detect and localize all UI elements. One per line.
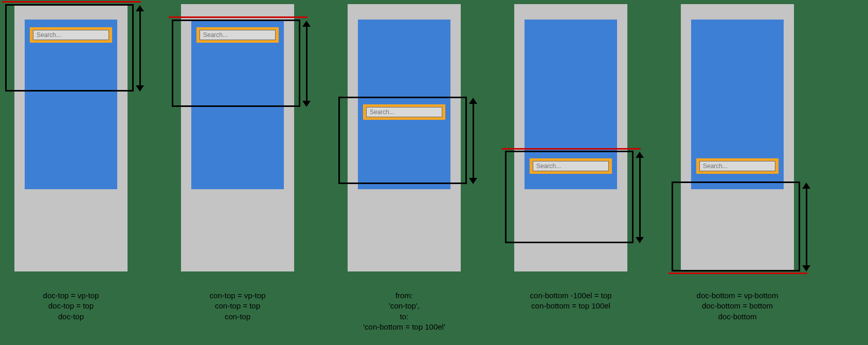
range-arrow bbox=[301, 21, 312, 107]
caption-1: doc-top = vp-top doc-top = top doc-top bbox=[0, 290, 148, 322]
caption-line: from: bbox=[327, 290, 481, 301]
search-input[interactable] bbox=[366, 107, 442, 117]
marker-line bbox=[2, 1, 141, 3]
caption-4: con-bottom -100el = top con-bottom = top… bbox=[494, 290, 648, 312]
search-wrapper bbox=[530, 158, 612, 174]
search-input[interactable] bbox=[699, 161, 775, 171]
caption-line: con-top bbox=[160, 312, 315, 322]
caption-line: con-bottom = top 100el bbox=[494, 301, 648, 311]
range-arrow bbox=[135, 5, 145, 92]
caption-line: 'con-bottom = top 100el' bbox=[327, 322, 481, 332]
caption-line: con-top = vp-top bbox=[160, 290, 315, 301]
range-arrow bbox=[801, 183, 811, 271]
content-area bbox=[25, 20, 117, 189]
diagram-stage: doc-top = vp-top doc-top = top doc-top c… bbox=[0, 0, 868, 345]
caption-line: con-top = top bbox=[160, 301, 315, 311]
content-area bbox=[191, 20, 284, 189]
caption-line: doc-top = top bbox=[0, 301, 148, 311]
caption-line: doc-top = vp-top bbox=[0, 290, 148, 301]
search-wrapper bbox=[363, 104, 445, 120]
caption-line: doc-bottom bbox=[660, 312, 815, 322]
range-arrow bbox=[468, 98, 478, 184]
panel-4 bbox=[514, 4, 627, 271]
search-wrapper bbox=[196, 27, 279, 43]
caption-3: from: 'con-top', to: 'con-bottom = top 1… bbox=[327, 290, 481, 332]
search-input[interactable] bbox=[33, 30, 109, 40]
panel-1 bbox=[14, 4, 128, 271]
caption-line: to: bbox=[327, 312, 481, 322]
marker-line bbox=[668, 273, 807, 274]
caption-5: doc-bottom = vp-bottom doc-bottom = bott… bbox=[660, 290, 815, 322]
caption-line: doc-bottom = vp-bottom bbox=[660, 290, 815, 301]
search-input[interactable] bbox=[533, 161, 609, 171]
caption-line: con-bottom -100el = top bbox=[494, 290, 648, 301]
panel-3 bbox=[348, 4, 461, 271]
search-wrapper bbox=[696, 158, 779, 174]
caption-line: doc-bottom = bottom bbox=[660, 301, 815, 311]
caption-2: con-top = vp-top con-top = top con-top bbox=[160, 290, 315, 322]
panel-5 bbox=[681, 4, 794, 271]
caption-line: doc-top bbox=[0, 312, 148, 322]
range-arrow bbox=[635, 152, 645, 243]
search-wrapper bbox=[30, 27, 112, 43]
search-input[interactable] bbox=[200, 30, 276, 40]
caption-line: 'con-top', bbox=[327, 301, 481, 311]
panel-2 bbox=[181, 4, 294, 271]
